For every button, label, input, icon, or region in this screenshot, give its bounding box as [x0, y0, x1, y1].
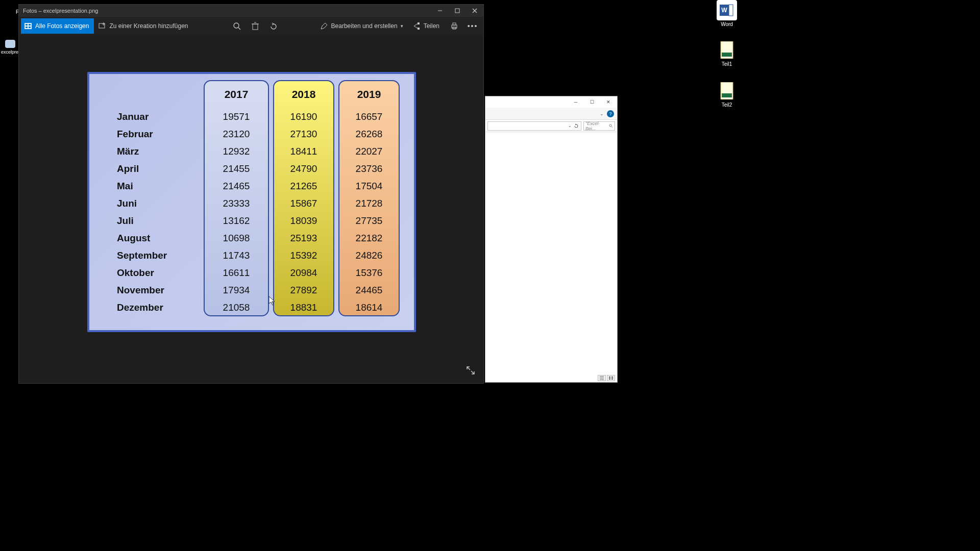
rotate-icon: [270, 22, 278, 30]
cell-value: 26268: [338, 126, 400, 143]
cell-value: 15392: [273, 247, 334, 264]
svg-rect-8: [455, 9, 459, 13]
titlebar[interactable]: Fotos – excelpresentation.png: [19, 5, 483, 17]
print-button[interactable]: [446, 18, 463, 34]
svg-line-30: [471, 371, 474, 374]
details-view-button[interactable]: [598, 375, 606, 381]
cell-value: 27892: [273, 282, 334, 299]
desktop-icon-teil1[interactable]: Teil1: [712, 40, 742, 67]
svg-text:W: W: [721, 7, 727, 14]
cell-value: 27130: [273, 126, 334, 143]
cell-value: 17934: [204, 282, 269, 299]
help-button[interactable]: ?: [607, 110, 614, 117]
cell-value: 20984: [273, 264, 334, 282]
maximize-icon: [455, 8, 460, 13]
svg-rect-12: [26, 24, 28, 26]
cell-value: 22182: [338, 230, 400, 247]
explorer-window: ─ ☐ ✕ ⌄ ? ⌄ "Excel-Bei...: [485, 96, 618, 383]
minimize-button[interactable]: [431, 5, 449, 17]
rotate-button[interactable]: [265, 18, 282, 34]
displayed-image: 201720182019Januar195711619016657Februar…: [87, 72, 416, 332]
svg-rect-15: [29, 27, 31, 28]
excel-file-icon: [717, 81, 737, 101]
image-canvas: 201720182019Januar195711619016657Februar…: [19, 35, 483, 383]
cell-value: 24826: [338, 247, 400, 264]
cell-value: 21058: [204, 299, 269, 316]
cell-value: 23120: [204, 126, 269, 143]
column-header: 2017: [204, 80, 269, 108]
cell-value: 24790: [273, 160, 334, 178]
minimize-button[interactable]: ─: [569, 97, 582, 107]
delete-button[interactable]: [247, 18, 264, 34]
search-input[interactable]: "Excel-Bei...: [583, 121, 615, 131]
column-header: 2018: [273, 80, 334, 108]
desktop-label: excelpres: [1, 49, 21, 55]
desktop-icon-word[interactable]: W Word: [712, 0, 742, 27]
cell-value: 11743: [204, 247, 269, 264]
fullscreen-button[interactable]: [466, 366, 475, 375]
maximize-button[interactable]: [449, 5, 466, 17]
edit-icon: [320, 22, 328, 30]
svg-rect-38: [609, 379, 610, 380]
cell-value: 23333: [204, 195, 269, 212]
cell-value: 16190: [273, 108, 334, 126]
svg-rect-6: [722, 93, 732, 97]
icons-view-button[interactable]: [607, 375, 615, 381]
zoom-button[interactable]: [228, 18, 246, 34]
edit-create-button[interactable]: Bearbeiten und erstellen ▾: [317, 18, 408, 34]
cell-value: 21465: [204, 178, 269, 195]
see-all-photos-button[interactable]: Alle Fotos anzeigen: [21, 18, 94, 34]
svg-rect-36: [609, 377, 610, 378]
share-button[interactable]: Teilen: [409, 18, 445, 34]
cell-value: 18831: [273, 299, 334, 316]
cell-value: 18411: [273, 143, 334, 160]
photos-window: Fotos – excelpresentation.png Alle Fotos…: [18, 4, 484, 384]
row-label: Dezember: [96, 299, 204, 316]
svg-rect-13: [29, 24, 31, 26]
gallery-icon: [24, 22, 32, 30]
close-button[interactable]: ✕: [602, 97, 615, 107]
cell-value: 24465: [338, 282, 400, 299]
svg-rect-2: [729, 5, 733, 16]
row-label: November: [96, 282, 204, 299]
refresh-icon[interactable]: [574, 123, 579, 129]
explorer-titlebar[interactable]: ─ ☐ ✕: [485, 96, 617, 108]
row-label: März: [96, 143, 204, 160]
excel-file-icon: [717, 40, 737, 60]
explorer-view-switch: [598, 375, 615, 381]
search-placeholder: "Excel-Bei...: [585, 121, 607, 131]
minimize-icon: [437, 8, 443, 13]
cell-value: 10698: [204, 230, 269, 247]
desktop-icon-excelpres[interactable]: excelpres: [1, 40, 19, 55]
address-input[interactable]: ⌄: [487, 121, 581, 131]
cell-value: 22027: [338, 143, 400, 160]
explorer-address-bar: ⌄ "Excel-Bei...: [485, 120, 617, 132]
more-button[interactable]: •••: [464, 18, 481, 34]
zoom-icon: [233, 22, 241, 30]
window-title: Fotos – excelpresentation.png: [23, 8, 98, 14]
desktop-label: Teil2: [722, 102, 732, 108]
close-button[interactable]: [466, 5, 483, 17]
cell-value: 16611: [204, 264, 269, 282]
row-label: Januar: [96, 108, 204, 126]
column-header: 2019: [338, 80, 400, 108]
add-to-creation-button[interactable]: Zu einer Kreation hinzufügen: [95, 18, 193, 34]
button-label: Alle Fotos anzeigen: [35, 22, 89, 30]
help-icon: ?: [609, 111, 611, 116]
desktop-icon-teil2[interactable]: Teil2: [712, 81, 742, 108]
chevron-down-icon[interactable]: ⌄: [600, 111, 604, 116]
row-label: Oktober: [96, 264, 204, 282]
svg-rect-14: [26, 27, 28, 28]
cell-value: 17504: [338, 178, 400, 195]
cell-value: 19571: [204, 108, 269, 126]
row-label: Juli: [96, 212, 204, 230]
cell-value: 15376: [338, 264, 400, 282]
maximize-button[interactable]: ☐: [585, 97, 599, 107]
cell-value: 23736: [338, 160, 400, 178]
cell-value: 21455: [204, 160, 269, 178]
add-creation-icon: [98, 22, 106, 30]
svg-rect-4: [722, 53, 732, 57]
ellipsis-icon: •••: [468, 22, 478, 30]
cell-value: 13162: [204, 212, 269, 230]
chevron-down-icon: ▾: [401, 23, 403, 29]
